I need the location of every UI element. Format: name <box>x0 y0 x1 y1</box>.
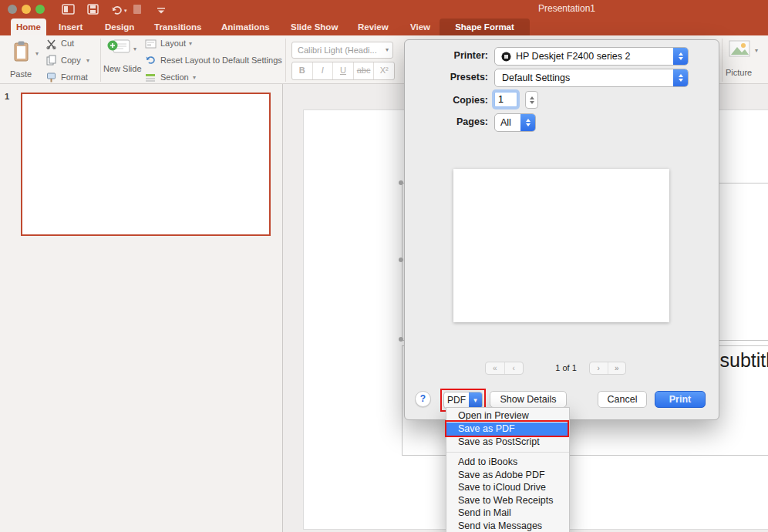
copy-caret-icon: ▾ <box>86 58 89 64</box>
font-caret-icon: ▾ <box>386 47 389 53</box>
menu-item-save-as-postscript[interactable]: Save as PostScript <box>446 436 569 449</box>
tab-slide-show[interactable]: Slide Show <box>291 22 338 32</box>
font-name-value: Calibri Light (Headi... <box>298 45 377 55</box>
sidebar-toggle-icon[interactable] <box>62 4 75 18</box>
cancel-button[interactable]: Cancel <box>598 391 647 408</box>
undo-caret-icon[interactable]: ▾ <box>124 8 127 14</box>
tab-shape-format[interactable]: Shape Format <box>440 19 530 35</box>
menu-item-save-to-web-receipts[interactable]: Save to Web Receipts <box>446 494 569 507</box>
resize-handle[interactable] <box>399 337 403 342</box>
ribbon-divider <box>285 39 286 82</box>
resize-handle[interactable] <box>399 258 403 262</box>
pdf-caret-icon: ▾ <box>469 392 482 408</box>
ribbon-divider <box>722 39 723 82</box>
ribbon-divider <box>100 39 101 82</box>
menu-item-send-via-messages[interactable]: Send via Messages <box>446 520 569 532</box>
tab-transitions[interactable]: Transitions <box>154 22 201 32</box>
print-button[interactable]: Print <box>655 391 706 408</box>
copy-button[interactable]: Copy <box>61 56 81 65</box>
pages-dropdown-stepper-icon <box>520 114 535 131</box>
undo-icon[interactable] <box>110 4 123 18</box>
show-details-button[interactable]: Show Details <box>490 391 567 408</box>
menu-item-add-to-ibooks[interactable]: Add to iBooks <box>446 456 569 469</box>
presets-dropdown-stepper-icon <box>673 69 688 86</box>
resize-handle[interactable] <box>399 180 403 185</box>
menu-item-save-to-icloud-drive[interactable]: Save to iCloud Drive <box>446 481 569 494</box>
presets-value: Default Settings <box>502 72 570 83</box>
superscript-button[interactable]: X² <box>374 62 394 79</box>
reset-layout-button[interactable]: Reset Layout to Default Settings <box>160 56 282 65</box>
slide-thumbnail[interactable] <box>21 93 271 236</box>
printer-label: Printer: <box>411 50 488 61</box>
underline-button[interactable]: U <box>333 62 354 79</box>
menu-item-save-as-adobe-pdf[interactable]: Save as Adobe PDF <box>446 469 569 482</box>
font-name-dropdown[interactable]: Calibri Light (Headi... ▾ <box>291 42 393 59</box>
print-dialog: Printer: HP Deskjet F2400 series 2 Prese… <box>404 39 719 420</box>
picture-icon <box>729 40 750 60</box>
pdf-dropdown-menu: Open in Preview Save as PDF Save as Post… <box>446 407 570 532</box>
menu-item-save-as-pdf[interactable]: Save as PDF <box>446 423 569 436</box>
tab-insert[interactable]: Insert <box>59 22 83 32</box>
picture-caret-icon: ▾ <box>755 48 758 54</box>
pdf-button-label: PDF <box>444 392 469 408</box>
menu-separator <box>446 449 569 456</box>
slide-thumbnail-panel: 1 <box>0 84 283 532</box>
presets-dropdown[interactable]: Default Settings <box>494 69 689 87</box>
first-page-button[interactable]: « <box>486 362 505 374</box>
close-window-icon[interactable] <box>8 5 17 14</box>
layout-icon <box>145 38 157 52</box>
strikethrough-button[interactable]: abc <box>354 62 375 79</box>
copies-input[interactable] <box>494 92 517 107</box>
menu-item-send-in-mail[interactable]: Send in Mail <box>446 507 569 520</box>
page-indicator: 1 of 1 <box>544 363 588 372</box>
presets-label: Presets: <box>411 72 488 82</box>
menu-item-open-in-preview[interactable]: Open in Preview <box>446 409 569 423</box>
tab-design[interactable]: Design <box>105 22 134 32</box>
font-format-group: B I U abc X² <box>291 62 395 80</box>
tab-review[interactable]: Review <box>358 22 389 32</box>
picture-button[interactable]: Picture <box>726 68 752 77</box>
pages-dropdown[interactable]: All <box>494 113 536 132</box>
bold-button[interactable]: B <box>292 62 313 79</box>
tab-animations[interactable]: Animations <box>221 22 270 32</box>
page-nav-forward-group: › » <box>589 362 626 375</box>
paste-icon[interactable] <box>12 40 31 66</box>
tab-home[interactable]: Home <box>11 19 46 35</box>
new-slide-caret-icon: ▾ <box>133 46 136 52</box>
cut-button[interactable]: Cut <box>61 39 74 48</box>
pages-label: Pages: <box>411 116 488 127</box>
paste-caret-icon: ▾ <box>35 51 39 57</box>
customize-toolbar-icon[interactable] <box>157 4 166 18</box>
section-caret-icon: ▾ <box>193 75 196 81</box>
format-painter-icon[interactable] <box>133 4 142 18</box>
new-slide-icon <box>106 39 131 60</box>
italic-button[interactable]: I <box>313 62 334 79</box>
printer-dropdown-stepper-icon <box>673 48 688 65</box>
section-button[interactable]: Section <box>160 72 189 82</box>
cut-icon <box>46 39 56 52</box>
minimize-window-icon[interactable] <box>22 5 31 14</box>
slide-number: 1 <box>5 92 9 101</box>
copies-label: Copies: <box>411 95 488 106</box>
pdf-dropdown-button[interactable]: PDF ▾ <box>443 392 483 409</box>
printer-value: HP Deskjet F2400 series 2 <box>516 51 630 62</box>
layout-button[interactable]: Layout <box>160 39 186 48</box>
help-button[interactable]: ? <box>415 391 431 407</box>
copy-icon <box>46 55 56 69</box>
last-page-button[interactable]: » <box>608 362 626 374</box>
format-painter-button[interactable]: Format <box>61 72 88 82</box>
next-page-button[interactable]: › <box>590 362 608 374</box>
reset-layout-icon <box>144 54 157 68</box>
previous-page-button[interactable]: ‹ <box>505 362 524 374</box>
printer-status-icon <box>501 52 511 62</box>
paste-button[interactable]: Paste <box>10 69 32 79</box>
new-slide-button[interactable]: New Slide <box>103 65 137 73</box>
print-preview-page <box>453 169 669 322</box>
printer-dropdown[interactable]: HP Deskjet F2400 series 2 <box>494 47 689 66</box>
save-icon[interactable] <box>87 4 99 18</box>
zoom-window-icon[interactable] <box>35 5 45 14</box>
tab-view[interactable]: View <box>410 22 430 32</box>
copies-stepper[interactable] <box>525 91 538 109</box>
layout-caret-icon: ▾ <box>189 41 192 47</box>
page-nav-back-group: « ‹ <box>485 362 524 375</box>
